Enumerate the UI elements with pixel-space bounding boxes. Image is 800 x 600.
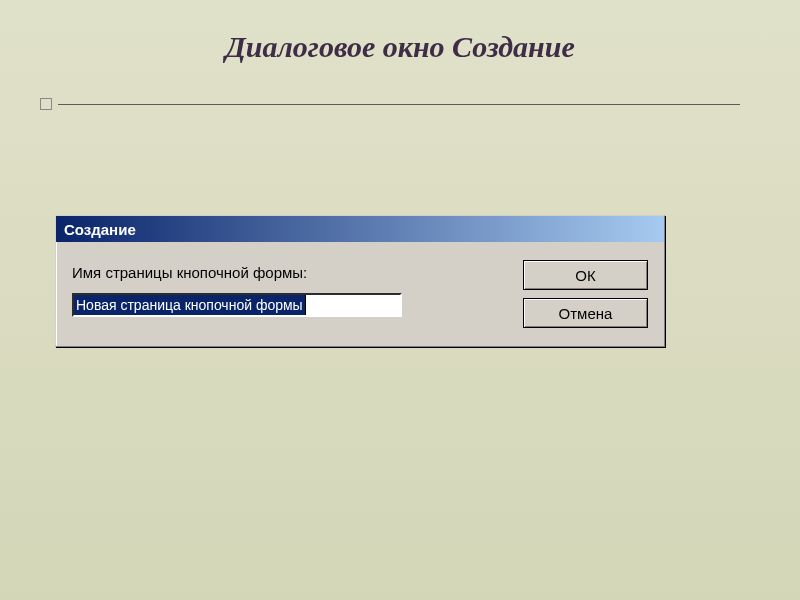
cancel-button[interactable]: Отмена [523,298,648,328]
page-name-input[interactable]: Новая страница кнопочной формы [72,293,402,317]
underline-rule [58,104,740,105]
create-dialog: Создание Имя страницы кнопочной формы: Н… [55,215,665,347]
slide-title: Диалоговое окно Создание [0,30,800,64]
dialog-titlebar[interactable]: Создание [56,216,664,242]
underline-bullet [40,98,52,110]
dialog-title: Создание [64,221,136,238]
page-name-input-selection: Новая страница кнопочной формы [74,295,306,315]
dialog-buttons: ОК Отмена [523,258,648,328]
page-name-label: Имя страницы кнопочной формы: [72,264,503,281]
title-underline [40,98,740,110]
dialog-form: Имя страницы кнопочной формы: Новая стра… [72,258,503,328]
ok-button[interactable]: ОК [523,260,648,290]
dialog-body: Имя страницы кнопочной формы: Новая стра… [56,242,664,346]
